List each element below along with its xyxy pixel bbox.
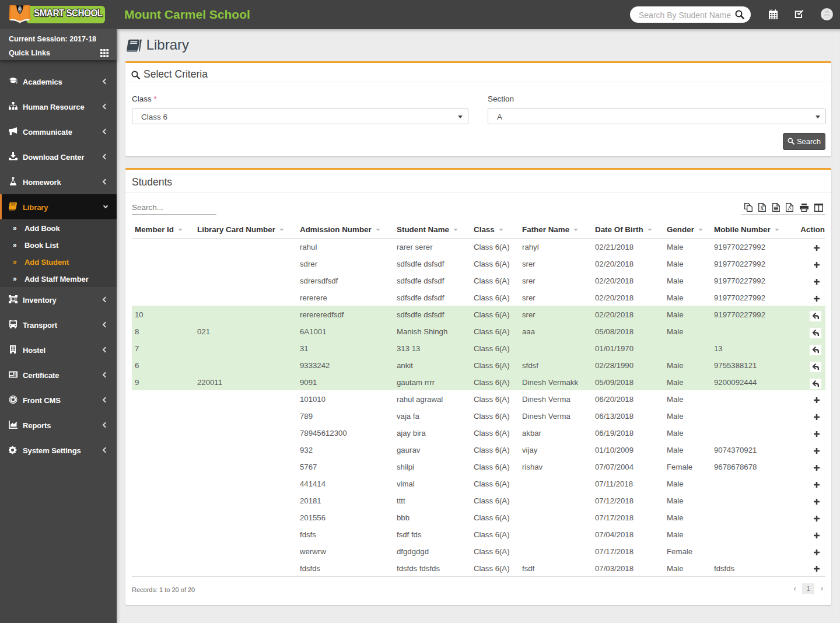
svg-text:X: X bbox=[760, 206, 764, 211]
